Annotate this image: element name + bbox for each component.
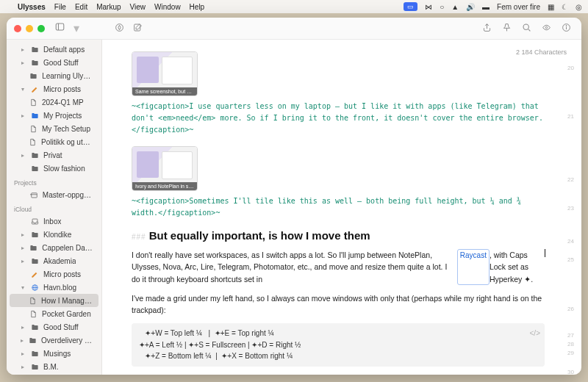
folder-icon — [29, 336, 37, 345]
sidebar-item-default-apps[interactable]: ▸Default apps — [10, 43, 98, 56]
status-circle-icon[interactable]: ○ — [440, 3, 444, 11]
share-icon[interactable] — [482, 22, 492, 35]
folder-icon — [30, 362, 39, 371]
menu-markup[interactable]: Markup — [96, 3, 121, 11]
preview-icon[interactable] — [542, 22, 551, 35]
sidebar-item-good-stuff[interactable]: ▸Good Stuff — [10, 56, 98, 69]
close-button[interactable] — [14, 25, 21, 32]
box-icon — [30, 190, 38, 199]
sidebar-toggle-icon[interactable] — [55, 21, 65, 35]
figcaption-raw-1[interactable]: ~<figcaption>I use quarters less on my l… — [132, 101, 545, 136]
status-battery-icon[interactable]: ▬ — [482, 3, 490, 11]
status-clock-text[interactable]: Fem over fire — [497, 3, 540, 11]
status-user-icon[interactable]: ▲ — [451, 3, 459, 11]
disclosure-icon[interactable]: ▸ — [20, 60, 26, 66]
sidebar-item-overdelivery-service[interactable]: ▸Overdelivery Service — [10, 334, 98, 347]
raycast-link[interactable]: Raycast — [457, 249, 490, 285]
paragraph-3[interactable]: And the left and right halves, cycles th… — [132, 374, 545, 375]
pencil-icon — [30, 270, 39, 278]
sidebar-item-learning-ulysses[interactable]: Learning Ulysses — [10, 69, 98, 82]
sidebar-item-micro-posts[interactable]: Micro posts — [10, 267, 98, 281]
compass-icon[interactable] — [115, 22, 124, 35]
image-attachment-2[interactable]: Ivory and NotePlan in split… — [132, 146, 198, 191]
folder-icon — [30, 151, 39, 159]
library-sidebar[interactable]: ▸Default apps▸Good StuffLearning Ulysses… — [7, 40, 102, 375]
info-icon[interactable] — [562, 22, 571, 35]
sidebar-item-my-tech-setup[interactable]: My Tech Setup — [10, 122, 98, 135]
document-content[interactable]: Same screenshot, but a q… ~<figcaption>I… — [102, 40, 581, 375]
status-volume-icon[interactable]: 🔊 — [466, 3, 475, 11]
sidebar-item-label: Learning Ulysses — [42, 72, 93, 80]
menu-file[interactable]: File — [54, 3, 66, 11]
code-lang-icon[interactable]: </> — [530, 328, 540, 339]
sidebar-item-musings[interactable]: ▸Musings — [10, 347, 98, 360]
menu-window[interactable]: Window — [154, 3, 181, 11]
zoom-button[interactable] — [37, 25, 45, 32]
titlebar-chevron-icon[interactable]: ▾ — [74, 21, 79, 35]
sidebar-item-akademia[interactable]: ▸Akademia — [10, 254, 98, 267]
app-menu[interactable]: Ulysses — [18, 3, 46, 11]
sidebar-item-label: Slow fashion — [43, 165, 85, 173]
status-pill-icon[interactable]: ▭ — [404, 2, 417, 11]
sidebar-item-label: My Projects — [43, 112, 82, 120]
disclosure-icon[interactable]: ▸ — [20, 231, 26, 238]
status-calendar-icon[interactable]: ▦ — [548, 3, 554, 11]
disclosure-icon[interactable]: ▸ — [20, 152, 26, 159]
sidebar-item-havn-blog[interactable]: ▾Havn.blog — [10, 281, 98, 294]
compose-icon[interactable] — [133, 22, 143, 35]
sidebar-item-label: Cappelen Damm — [42, 244, 93, 252]
code-block[interactable]: </> ✦+W = Top left ¼ | ✦+E = Top right ¼… — [132, 323, 545, 367]
sidebar-item-politikk-og-utdanning[interactable]: Politikk og utdanning — [10, 135, 98, 148]
code-block-text: ✦+W = Top left ¼ | ✦+E = Top right ¼ ✦+A… — [139, 329, 301, 360]
sidebar-item-master-oppgave[interactable]: Master-oppgave — [10, 188, 98, 201]
disclosure-icon[interactable]: ▸ — [20, 112, 26, 119]
section-heading[interactable]: ###But equally important, is how I move … — [132, 229, 545, 242]
sidebar-item-cappelen-damm[interactable]: ▸Cappelen Damm — [10, 241, 98, 254]
sidebar-item-klondike[interactable]: ▸Klondike — [10, 228, 98, 241]
disclosure-icon[interactable]: ▸ — [20, 337, 24, 344]
paragraph-2[interactable]: I've made a grid under my left hand, so … — [132, 292, 545, 317]
disclosure-icon[interactable]: ▾ — [20, 284, 26, 291]
sidebar-item-2024-q1-mp[interactable]: 2024-Q1 MP — [10, 96, 98, 109]
sidebar-item-good-stuff[interactable]: ▸Good Stuff — [10, 320, 98, 334]
sidebar-item-my-projects[interactable]: ▸My Projects — [10, 109, 98, 122]
disclosure-icon[interactable]: ▸ — [20, 364, 26, 370]
sidebar-item-how-i-manage-windows[interactable]: How I Manage Windows — [10, 294, 98, 307]
status-bowtie-icon[interactable]: ⋈ — [425, 3, 432, 11]
svg-point-6 — [545, 26, 548, 29]
sidebar-item-label: Default apps — [43, 46, 85, 54]
status-moon-icon[interactable]: ☾ — [562, 3, 568, 11]
disclosure-icon[interactable]: ▸ — [20, 324, 26, 331]
folder-icon — [30, 256, 39, 265]
sidebar-item-slow-fashion[interactable]: Slow fashion — [10, 162, 98, 175]
sidebar-item-label: Privat — [43, 151, 62, 159]
minimize-button[interactable] — [26, 25, 33, 32]
sidebar-item-label: Klondike — [43, 231, 71, 239]
disclosure-icon[interactable]: ▸ — [20, 245, 25, 251]
pencil-icon — [30, 84, 39, 93]
figcaption-raw-2[interactable]: ~<figcaption>Sometimes I'll tile like th… — [132, 195, 545, 219]
search-icon[interactable] — [522, 22, 531, 35]
menu-view[interactable]: View — [130, 3, 146, 11]
disclosure-icon[interactable]: ▸ — [20, 258, 26, 264]
menu-help[interactable]: Help — [190, 3, 205, 11]
disclosure-icon[interactable]: ▸ — [20, 350, 26, 357]
sidebar-item-inbox[interactable]: Inbox — [10, 215, 98, 228]
sidebar-item-privat[interactable]: ▸Privat — [10, 148, 98, 162]
menubar-status: ▭ ⋈ ○ ▲ 🔊 ▬ Fem over fire ▦ ☾ ◎ — [404, 2, 582, 11]
paragraph-1[interactable]: I don't really have set workspaces, as I… — [132, 249, 545, 285]
menu-edit[interactable]: Edit — [75, 3, 87, 11]
sidebar-item-b-m-[interactable]: ▸B.M. — [10, 360, 98, 373]
status-control-center-icon[interactable]: ◎ — [576, 3, 582, 11]
sidebar-item-label: Overdelivery Service — [41, 336, 93, 345]
disclosure-icon[interactable]: ▸ — [20, 46, 26, 53]
sidebar-item-pocket-garden[interactable]: Pocket Garden — [10, 307, 98, 320]
pin-icon[interactable] — [502, 22, 512, 35]
heading-text: But equally important, is how I move the… — [149, 229, 370, 242]
sidebar-item-overdelivery-service[interactable]: Overdelivery Service — [10, 373, 98, 375]
image-attachment-1[interactable]: Same screenshot, but a q… — [132, 51, 198, 96]
svg-line-5 — [528, 29, 530, 30]
sidebar-item-label: Pocket Garden — [42, 310, 91, 318]
disclosure-icon[interactable]: ▾ — [20, 86, 26, 93]
sidebar-item-micro-posts[interactable]: ▾Micro posts — [10, 82, 98, 96]
